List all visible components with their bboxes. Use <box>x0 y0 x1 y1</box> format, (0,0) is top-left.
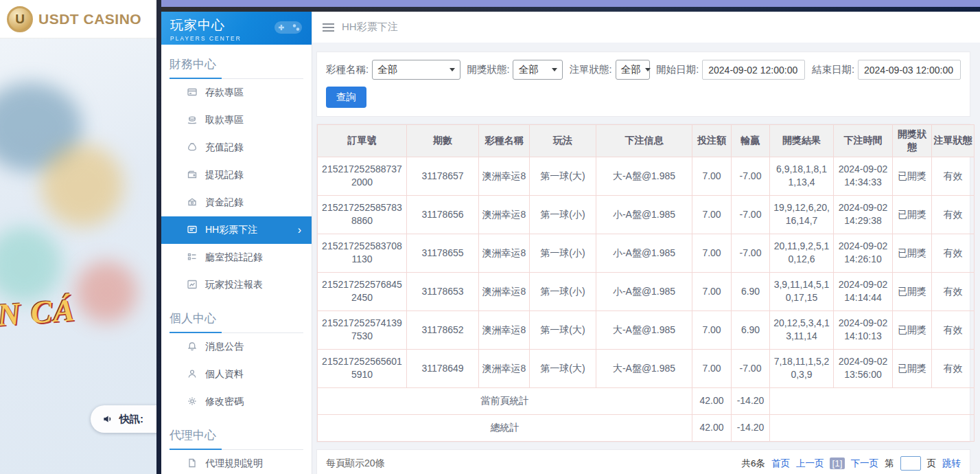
news-ticker: 快訊: <box>91 405 156 433</box>
cell-lottery-name: 澳洲幸运8 <box>479 349 530 387</box>
pagination-panel: 每頁顯示20條 共6条 首页 上一页 [1] 下一页 第 页 跳转 <box>316 449 970 474</box>
column-header: 注單狀態 <box>932 125 975 157</box>
sidebar-item[interactable]: 玩家投注報表 <box>161 271 312 299</box>
sidebar-item[interactable]: 消息公告 <box>161 333 312 361</box>
sidebar-item[interactable]: 存款專區 <box>161 79 312 106</box>
sidebar-header: 玩家中心 PLAYERS CENTER <box>161 12 312 45</box>
total-stats-label: 總統計 <box>318 414 692 441</box>
cell-lottery-name: 澳洲幸运8 <box>479 234 530 272</box>
prev-page-link[interactable]: 上一页 <box>796 458 824 470</box>
cell-bet-time: 2024-09-02 14:26:10 <box>834 234 893 272</box>
sidebar: 玩家中心 PLAYERS CENTER 財務中心存款專區取款專區充值記錄提現記錄… <box>161 12 312 474</box>
page-stats-label: 當前頁統計 <box>318 387 692 414</box>
sidebar-item-label: 消息公告 <box>205 341 244 353</box>
page-title: HH彩票下注 <box>342 21 398 34</box>
cell-play-type: 第一球(大) <box>530 157 596 195</box>
cell-bet-time: 2024-09-02 13:56:00 <box>834 349 893 387</box>
bets-table-panel: 訂單號期數彩種名稱玩法下注信息投注額輸贏開獎結果下注時間開獎狀態注單狀態 215… <box>316 124 970 442</box>
chevron-down-icon <box>552 68 557 71</box>
funds-record-icon <box>187 196 198 210</box>
recharge-moneybag-icon <box>187 142 198 155</box>
sidebar-item[interactable]: 資金記錄 <box>161 189 312 216</box>
cell-bet-time: 2024-09-02 14:29:38 <box>834 195 893 234</box>
cell-lottery-name: 澳洲幸运8 <box>479 157 530 195</box>
cell-win-loss: -7.00 <box>732 234 770 272</box>
art-blob <box>75 261 137 323</box>
sidebar-section-title: 個人中心 <box>170 311 303 333</box>
cell-order-status: 有效 <box>932 157 975 195</box>
cell-bet-amount: 7.00 <box>692 234 732 272</box>
sidebar-item[interactable]: 代理規則說明 <box>161 450 312 474</box>
cell-bet-amount: 7.00 <box>692 349 732 387</box>
sidebar-item-label: 玩家投注報表 <box>205 279 263 291</box>
divider-band <box>156 0 161 474</box>
cell-draw-status: 已開獎 <box>893 157 932 195</box>
cell-win-loss: 6.90 <box>732 272 770 311</box>
sidebar-item[interactable]: 個人資料 <box>161 361 312 388</box>
cell-bet-time: 2024-09-02 14:14:44 <box>834 272 893 311</box>
column-header: 輸贏 <box>732 125 770 157</box>
table-body: 215217252588737200031178657澳洲幸运8第一球(大)大-… <box>318 157 975 387</box>
sidebar-item[interactable]: 取款專區 <box>161 106 312 134</box>
sidebar-item[interactable]: HH彩票下注› <box>161 216 312 244</box>
current-page-badge: [1] <box>830 458 844 469</box>
cell-order-no: 2152172525741397530 <box>318 311 407 349</box>
player-report-icon <box>187 279 198 292</box>
column-header: 下注信息 <box>596 125 692 157</box>
bets-table: 訂單號期數彩種名稱玩法下注信息投注額輸贏開獎結果下注時間開獎狀態注單狀態 215… <box>317 124 975 442</box>
start-date-input[interactable] <box>702 60 805 80</box>
search-button[interactable]: 查詢 <box>326 87 366 108</box>
agent-rules-doc-icon <box>187 458 198 471</box>
next-page-link[interactable]: 下一页 <box>851 458 879 470</box>
cell-win-loss: -7.00 <box>732 195 770 234</box>
lottery-name-label: 彩種名稱: <box>326 63 369 76</box>
end-date-input[interactable] <box>858 60 961 80</box>
sidebar-item-label: 個人資料 <box>205 368 244 381</box>
order-status-select[interactable]: 全部 <box>616 60 650 80</box>
cell-bet-time: 2024-09-02 14:10:13 <box>834 311 893 349</box>
art-blob <box>41 144 124 227</box>
page-stats-row: 當前頁統計 42.00 -14.20 <box>318 387 975 414</box>
page-stats-winloss: -14.20 <box>732 387 770 414</box>
cell-play-type: 第一球(大) <box>530 349 596 387</box>
promo-art-panel: U USDT CASINO N CÁ 快訊: <box>0 0 156 474</box>
withdraw-hand-icon <box>187 114 198 127</box>
cell-win-loss: -7.00 <box>732 157 770 195</box>
hamburger-menu-icon[interactable] <box>323 23 334 32</box>
cell-order-no: 2152172525887372000 <box>318 157 407 195</box>
first-page-link[interactable]: 首页 <box>771 458 790 470</box>
jump-button[interactable]: 跳转 <box>942 458 961 470</box>
lottery-name-select[interactable]: 全部 <box>372 60 460 80</box>
draw-status-select[interactable]: 全部 <box>513 60 562 80</box>
announcement-bell-icon <box>187 341 198 354</box>
cell-bet-amount: 7.00 <box>692 272 732 311</box>
cell-bet-info: 小-A盤@1.985 <box>596 234 692 272</box>
cell-play-type: 第一球(小) <box>530 272 596 311</box>
cell-win-loss: -7.00 <box>732 349 770 387</box>
draw-status-label: 開獎狀態: <box>467 63 509 76</box>
column-header: 玩法 <box>530 125 596 157</box>
art-blob <box>0 227 62 302</box>
cell-draw-result: 7,18,11,1,5,20,3,9 <box>770 349 834 387</box>
cell-lottery-name: 澳洲幸运8 <box>479 311 530 349</box>
gamepad-icon <box>273 17 303 38</box>
jump-suffix-label: 页 <box>927 458 937 470</box>
jump-prefix-label: 第 <box>885 458 894 470</box>
cell-draw-result: 19,9,12,6,20,16,14,7 <box>770 195 834 234</box>
cell-order-status: 有效 <box>932 272 975 311</box>
sidebar-item[interactable]: 廳室投註記錄 <box>161 244 312 271</box>
cell-order-status: 有效 <box>932 349 975 387</box>
cell-bet-info: 小-A盤@1.985 <box>596 272 692 311</box>
sidebar-item[interactable]: 修改密碼 <box>161 388 312 416</box>
cell-bet-amount: 7.00 <box>692 311 732 349</box>
column-header: 彩種名稱 <box>479 125 530 157</box>
sidebar-item[interactable]: 充值記錄 <box>161 134 312 161</box>
page-jump-input[interactable] <box>900 456 921 471</box>
sidebar-item-label: 資金記錄 <box>205 196 244 209</box>
cell-order-no: 2152172525656015910 <box>318 349 407 387</box>
cell-play-type: 第一球(小) <box>530 195 596 234</box>
sidebar-item[interactable]: 提現記錄 <box>161 161 312 189</box>
speaker-icon <box>102 413 114 425</box>
ticker-label: 快訊: <box>119 413 143 426</box>
cell-bet-time: 2024-09-02 14:34:33 <box>834 157 893 195</box>
